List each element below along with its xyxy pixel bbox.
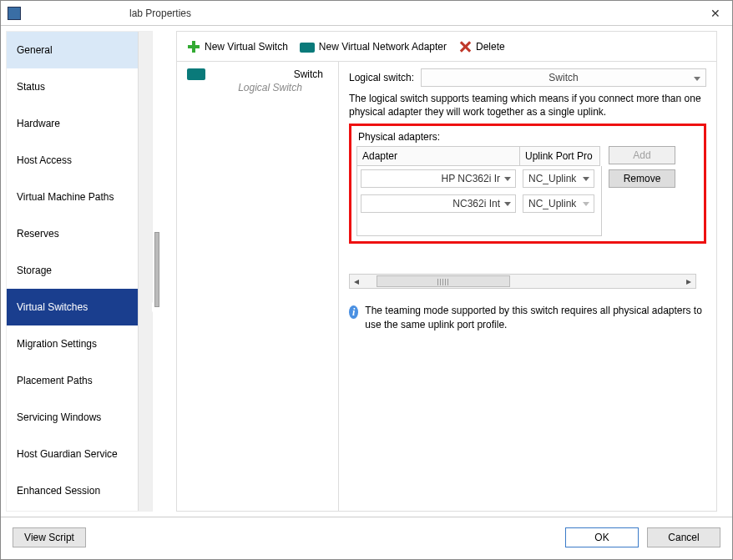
adapter-select-1[interactable]: NC362i Int [361, 194, 516, 213]
scroll-thumb[interactable] [377, 275, 510, 287]
info-icon: i [349, 305, 358, 319]
adapter-row: HP NC362i Ir NC_Uplink [357, 166, 601, 191]
dialog-window: lab Properties ✕ General Status Hardware… [0, 0, 733, 560]
close-icon[interactable]: ✕ [705, 5, 725, 22]
app-icon [8, 7, 21, 20]
nav-item-hardware[interactable]: Hardware [7, 105, 152, 142]
scroll-left-icon[interactable]: ◂ [350, 275, 363, 288]
delete-icon [458, 40, 472, 53]
info-text: The teaming mode supported by this switc… [365, 304, 706, 332]
switch-name: Switch [212, 68, 330, 80]
logical-switch-dropdown[interactable]: Switch [421, 68, 706, 87]
sidebar-scroll-thumb[interactable] [154, 232, 159, 307]
remove-adapter-button[interactable]: Remove [609, 169, 675, 188]
nav-item-placement-paths[interactable]: Placement Paths [7, 362, 152, 399]
nav-item-servicing-windows[interactable]: Servicing Windows [7, 399, 152, 436]
physical-adapters-label: Physical adapters: [358, 131, 699, 143]
nav-item-host-access[interactable]: Host Access [7, 142, 152, 179]
plus-icon [187, 40, 200, 53]
nav-item-general[interactable]: General [7, 32, 152, 68]
switch-icon [187, 68, 205, 80]
cancel-button[interactable]: Cancel [647, 527, 720, 547]
window-title: lab Properties [129, 8, 191, 19]
info-row: i The teaming mode supported by this swi… [349, 304, 706, 332]
column-uplink: Uplink Port Pro [520, 146, 600, 166]
nav-item-migration-settings[interactable]: Migration Settings [7, 325, 152, 362]
uplink-select-0[interactable]: NC_Uplink [523, 169, 594, 188]
add-adapter-button[interactable]: Add [609, 146, 675, 164]
nav-sidebar: General Status Hardware Host Access Virt… [6, 31, 153, 512]
switch-list-item[interactable]: Switch Logical Switch [177, 62, 338, 97]
column-adapter: Adapter [356, 146, 520, 166]
dialog-footer: View Script OK Cancel [1, 517, 732, 557]
nav-item-host-guardian[interactable]: Host Guardian Service [7, 436, 152, 472]
nav-item-vm-paths[interactable]: Virtual Machine Paths [7, 179, 152, 215]
network-adapter-icon [300, 43, 315, 53]
nav-item-storage[interactable]: Storage [7, 252, 152, 289]
sidebar-scrollbar[interactable] [138, 32, 152, 511]
teaming-help-text: The logical switch supports teaming whic… [349, 92, 706, 119]
detail-pane: Logical switch: Switch The logical switc… [339, 62, 716, 511]
nav-item-reserves[interactable]: Reserves [7, 215, 152, 252]
adapter-grid: HP NC362i Ir NC_Uplink NC362i Int NC_Upl… [356, 166, 602, 236]
toolbar: New Virtual Switch New Virtual Network A… [177, 32, 716, 62]
uplink-select-1[interactable]: NC_Uplink [523, 194, 594, 213]
physical-adapters-group: Physical adapters: Adapter Uplink Port P… [349, 124, 706, 244]
adapter-row: NC362i Int NC_Uplink [357, 191, 601, 216]
titlebar: lab Properties ✕ [1, 1, 732, 26]
view-script-button[interactable]: View Script [13, 527, 86, 547]
content-pane: New Virtual Switch New Virtual Network A… [176, 31, 717, 512]
new-virtual-switch-button[interactable]: New Virtual Switch [184, 38, 291, 56]
new-virtual-network-adapter-button[interactable]: New Virtual Network Adapter [296, 38, 450, 55]
delete-button[interactable]: Delete [455, 38, 508, 56]
horizontal-scrollbar[interactable]: ◂ ▸ [349, 274, 696, 289]
nav-item-enhanced-session[interactable]: Enhanced Session [7, 472, 152, 509]
scroll-right-icon[interactable]: ▸ [682, 275, 695, 288]
adapter-select-0[interactable]: HP NC362i Ir [361, 169, 516, 188]
nav-item-virtual-switches[interactable]: Virtual Switches [7, 289, 152, 325]
nav-item-status[interactable]: Status [7, 68, 152, 105]
switch-subtitle: Logical Switch [187, 80, 330, 93]
switch-list: Switch Logical Switch [177, 62, 339, 511]
logical-switch-label: Logical switch: [349, 72, 414, 83]
ok-button[interactable]: OK [565, 527, 639, 547]
